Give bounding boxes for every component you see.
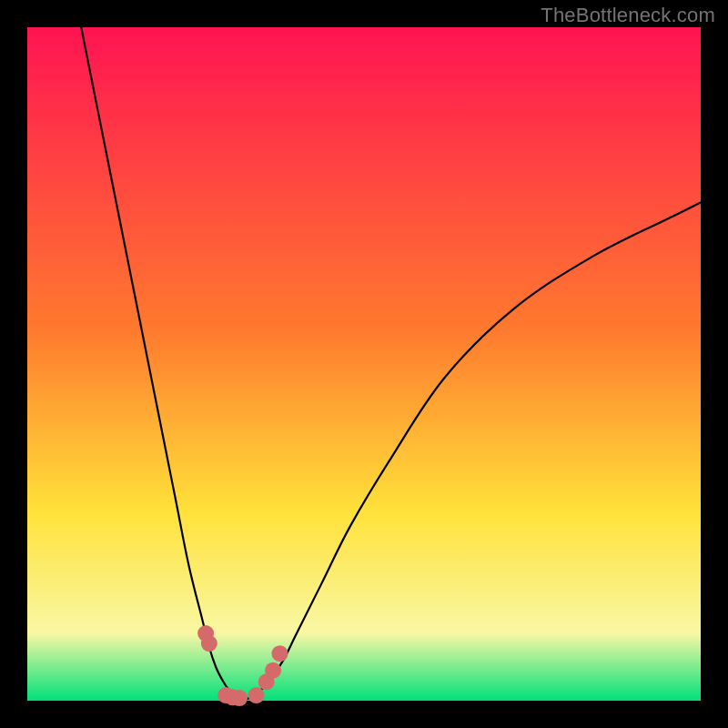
marker-point [231,690,248,706]
plot-background [27,27,701,701]
marker-point [201,635,217,652]
marker-point [272,645,288,662]
chart-stage: { "watermark": "TheBottleneck.com", "col… [0,0,728,728]
marker-point [265,662,281,679]
watermark-text: TheBottleneck.com [541,4,715,27]
marker-point [248,687,265,703]
chart-svg [0,0,728,728]
